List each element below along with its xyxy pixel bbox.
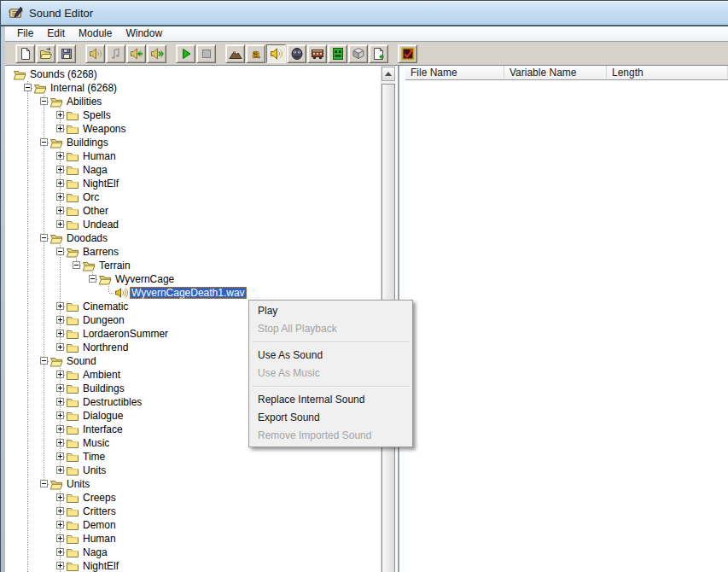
next-sound-button[interactable]	[147, 44, 166, 63]
tree-expander-plus[interactable]	[56, 152, 64, 160]
tree-expander-minus[interactable]	[40, 357, 48, 365]
prev-sound-button[interactable]	[126, 44, 146, 63]
tree-expander-minus[interactable]	[89, 275, 96, 283]
tree-item-sounds-6268[interactable]: Sounds (6268)	[5, 67, 381, 81]
tree-expander-plus[interactable]	[56, 343, 64, 351]
tree-item-weapons[interactable]: Weapons	[5, 122, 381, 136]
tree-item-naga[interactable]: Naga	[5, 163, 381, 177]
column-header-file-name[interactable]: File Name	[405, 66, 504, 79]
tree-expander-plus[interactable]	[56, 466, 64, 474]
tree-item-human[interactable]: Human	[5, 149, 381, 163]
tree-expander-plus[interactable]	[56, 384, 64, 392]
tree-item-human[interactable]: Human	[5, 532, 381, 546]
tree-expander-plus[interactable]	[56, 439, 64, 447]
menu-item-use-as-sound[interactable]: Use As Sound	[249, 347, 412, 365]
stop-button[interactable]	[196, 44, 216, 63]
tree-connector	[44, 245, 44, 259]
tree-item-other[interactable]: Other	[5, 204, 381, 218]
tree-item-demon[interactable]: Demon	[5, 518, 381, 532]
play-sound-button[interactable]	[85, 44, 105, 63]
tree-expander-plus[interactable]	[56, 179, 64, 187]
tree-expander-plus[interactable]	[56, 330, 64, 337]
tree-expander-minus[interactable]	[40, 97, 48, 105]
tree-item-critters[interactable]: Critters	[5, 505, 381, 518]
open-button[interactable]	[36, 44, 55, 63]
tree-expander-plus[interactable]	[56, 193, 64, 201]
scroll-up-button[interactable]	[381, 67, 395, 81]
tree-item-undead[interactable]: Undead	[5, 218, 381, 231]
tree-item-buildings[interactable]: Buildings	[5, 136, 381, 149]
tree-expander-plus[interactable]	[56, 166, 64, 173]
tree-item-abilities[interactable]: Abilities	[5, 95, 381, 108]
tree-connector	[27, 204, 28, 218]
tree-expander-minus[interactable]	[56, 248, 64, 255]
save-button[interactable]	[56, 44, 76, 63]
folder-open-icon	[98, 273, 112, 285]
sound-editor-button[interactable]	[266, 44, 286, 63]
tree-expander-plus[interactable]	[56, 111, 64, 119]
column-header-length[interactable]: Length	[607, 66, 728, 79]
tree-expander-minus[interactable]	[40, 480, 48, 487]
tree-item-orc[interactable]: Orc	[5, 190, 381, 204]
tree-expander-plus[interactable]	[56, 521, 64, 528]
tree-expander-minus[interactable]	[40, 138, 48, 146]
menu-module[interactable]: Module	[72, 26, 119, 41]
tree-expander-plus[interactable]	[56, 371, 64, 378]
tree-item-doodads[interactable]: Doodads	[5, 231, 381, 245]
column-header-variable-name[interactable]: Variable Name	[504, 66, 607, 79]
tree-item-label: Ambient	[81, 369, 122, 381]
tree-expander-plus[interactable]	[56, 220, 64, 228]
tree-item-spells[interactable]: Spells	[5, 108, 381, 122]
tree-expander-plus[interactable]	[56, 562, 64, 569]
tree-expander-plus[interactable]	[56, 398, 64, 406]
tree-item-terrain[interactable]: Terrain	[5, 259, 381, 272]
import-manager-button[interactable]	[369, 44, 388, 63]
menu-window[interactable]: Window	[119, 26, 169, 41]
object-editor-button[interactable]	[287, 44, 306, 63]
tree-connector	[27, 231, 28, 245]
title-bar[interactable]: Sound Editor	[1, 1, 728, 25]
tree-expander-plus[interactable]	[56, 207, 64, 214]
tree-expander-plus[interactable]	[56, 452, 64, 460]
menu-item-export-sound[interactable]: Export Sound	[249, 409, 412, 427]
tree-item-barrens[interactable]: Barrens	[5, 245, 381, 259]
tree-expander-plus[interactable]	[56, 548, 64, 556]
trigger-editor-button[interactable]: a	[246, 44, 265, 63]
tree-expander-plus[interactable]	[56, 125, 64, 132]
tree-item-wyverncagedeath1-wav[interactable]: WyvernCageDeath1.wav	[5, 286, 381, 300]
tree-item-nightelf[interactable]: NightElf	[5, 559, 381, 572]
object-manager-button[interactable]	[348, 44, 368, 63]
terrain-editor-button[interactable]	[225, 44, 245, 63]
tree-expander-minus[interactable]	[40, 234, 48, 242]
play-button[interactable]	[176, 44, 195, 63]
ai-editor-button[interactable]	[328, 44, 347, 63]
tree-expander-plus[interactable]	[56, 316, 64, 324]
tree-item-internal-6268[interactable]: Internal (6268)	[5, 81, 381, 95]
tree-connector	[44, 300, 44, 313]
play-note-button[interactable]	[106, 44, 125, 63]
tree-expander-plus[interactable]	[56, 302, 64, 310]
tree-item-units[interactable]: Units	[5, 464, 381, 477]
file-list-body[interactable]	[405, 80, 728, 572]
tree-expander-plus[interactable]	[56, 425, 64, 433]
tree-expander-plus[interactable]	[56, 534, 64, 542]
tree-expander-plus[interactable]	[56, 507, 64, 515]
tree-expander-minus[interactable]	[73, 261, 80, 269]
tree-item-creeps[interactable]: Creeps	[5, 491, 381, 505]
tree-item-units[interactable]: Units	[5, 477, 381, 491]
menu-edit[interactable]: Edit	[40, 26, 72, 41]
menu-item-replace-internal-sound[interactable]: Replace Internal Sound	[249, 391, 412, 409]
tree-item-nightelf[interactable]: NightElf	[5, 177, 381, 190]
menu-item-play[interactable]: Play	[249, 302, 412, 320]
test-map-button[interactable]	[398, 44, 417, 63]
campaign-editor-button[interactable]	[307, 44, 327, 63]
tree-item-naga[interactable]: Naga	[5, 546, 381, 559]
tree-expander-plus[interactable]	[56, 411, 64, 419]
new-button[interactable]	[15, 44, 35, 63]
tree-item-wyverncage[interactable]: WyvernCage	[5, 272, 381, 286]
tree-expander-plus[interactable]	[56, 493, 64, 501]
tree-item-time[interactable]: Time	[5, 450, 381, 464]
tree-expander-minus[interactable]	[24, 84, 32, 91]
folder-closed-icon	[66, 533, 79, 545]
menu-file[interactable]: File	[10, 26, 40, 41]
